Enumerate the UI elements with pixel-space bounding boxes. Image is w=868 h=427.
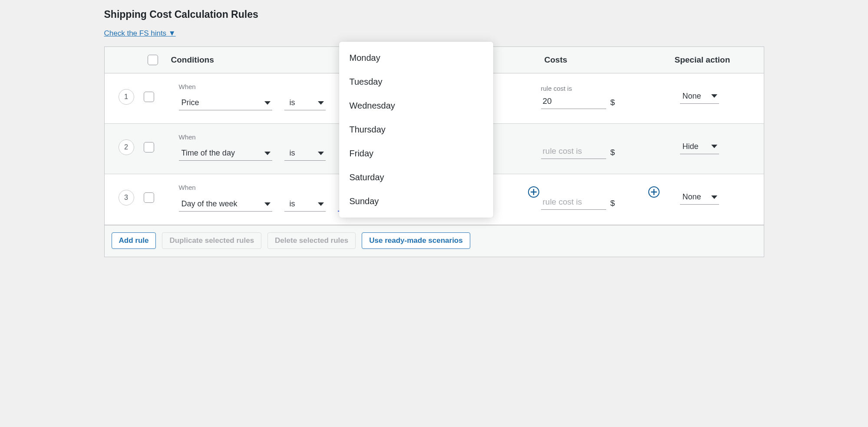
currency-label: $ xyxy=(611,148,615,159)
dropdown-option[interactable]: Friday xyxy=(339,142,493,166)
duplicate-rules-button[interactable]: Duplicate selected rules xyxy=(162,232,261,249)
add-rule-button[interactable]: Add rule xyxy=(112,232,156,249)
rule-checkbox[interactable] xyxy=(144,192,154,203)
rule-checkbox[interactable] xyxy=(144,92,154,102)
cost-input[interactable]: rule cost is xyxy=(541,195,606,210)
action-value: Hide xyxy=(683,142,699,151)
rule-index: 3 xyxy=(119,190,134,205)
condition-select[interactable]: Day of the week xyxy=(179,198,272,212)
action-value: None xyxy=(683,92,701,101)
chevron-down-icon xyxy=(264,101,271,105)
chevron-down-icon xyxy=(318,152,324,155)
use-scenarios-button[interactable]: Use ready-made scenarios xyxy=(362,232,470,249)
operator-value: is xyxy=(290,98,295,107)
days-dropdown: Monday Tuesday Wednesday Thursday Friday… xyxy=(339,42,493,218)
fs-hints-link[interactable]: Check the FS hints ▼ xyxy=(104,29,176,38)
chevron-down-icon xyxy=(264,202,271,206)
cost-input[interactable]: rule cost is xyxy=(541,145,606,159)
chevron-down-icon xyxy=(318,101,324,105)
add-condition-button[interactable] xyxy=(528,186,539,198)
rules-table: Conditions Costs Special action 1 When P… xyxy=(104,46,764,257)
rule-index: 1 xyxy=(119,89,134,105)
operator-select[interactable]: is xyxy=(284,96,326,110)
condition-select[interactable]: Time of the day xyxy=(179,147,272,161)
plus-icon xyxy=(531,189,537,195)
footer-actions: Add rule Duplicate selected rules Delete… xyxy=(105,225,764,257)
dropdown-option[interactable]: Monday xyxy=(339,46,493,70)
chevron-down-icon xyxy=(318,202,324,206)
condition-value: Price xyxy=(182,98,199,107)
condition-select[interactable]: Price xyxy=(179,96,272,110)
select-all-checkbox[interactable] xyxy=(148,55,158,65)
dropdown-option[interactable]: Thursday xyxy=(339,118,493,142)
header-costs: Costs xyxy=(541,55,671,65)
page-title: Shipping Cost Calculation Rules xyxy=(104,9,764,20)
currency-label: $ xyxy=(611,98,615,109)
rule-index: 2 xyxy=(119,139,134,155)
plus-icon xyxy=(651,189,657,195)
chevron-down-icon xyxy=(711,195,717,199)
special-action-select[interactable]: Hide xyxy=(680,140,719,154)
condition-value: Day of the week xyxy=(182,199,238,209)
chevron-down-icon xyxy=(711,145,717,148)
dropdown-option[interactable]: Tuesday xyxy=(339,70,493,94)
header-special-action: Special action xyxy=(671,55,764,65)
operator-select[interactable]: is xyxy=(284,147,326,161)
rule-checkbox[interactable] xyxy=(144,142,154,152)
dropdown-option[interactable]: Saturday xyxy=(339,166,493,189)
action-value: None xyxy=(683,192,701,202)
condition-value: Time of the day xyxy=(182,149,235,158)
operator-value: is xyxy=(290,149,295,158)
operator-select[interactable]: is xyxy=(284,198,326,212)
currency-label: $ xyxy=(611,199,615,210)
add-cost-button[interactable] xyxy=(648,186,660,198)
special-action-select[interactable]: None xyxy=(680,90,719,104)
operator-value: is xyxy=(290,199,295,209)
cost-label: rule cost is xyxy=(541,85,671,92)
delete-rules-button[interactable]: Delete selected rules xyxy=(267,232,356,249)
chevron-down-icon xyxy=(711,94,717,98)
special-action-select[interactable]: None xyxy=(680,191,719,205)
dropdown-option[interactable]: Sunday xyxy=(339,189,493,213)
chevron-down-icon xyxy=(264,152,271,155)
dropdown-option[interactable]: Wednesday xyxy=(339,94,493,118)
cost-input[interactable] xyxy=(541,95,606,109)
